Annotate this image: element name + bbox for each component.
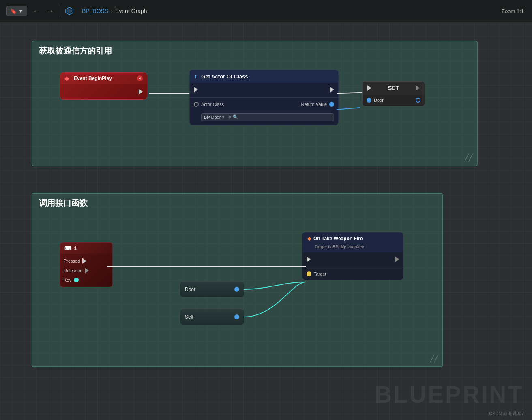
weapon-divider <box>302 267 403 267</box>
comment-title-2: 调用接口函数 <box>32 194 442 213</box>
set-exec-out[interactable] <box>416 85 420 91</box>
pressed-exec-pin[interactable] <box>82 258 86 264</box>
set-body: Door <box>363 95 425 106</box>
door-out-pin-wrap <box>416 98 420 103</box>
key-title: 1 <box>74 245 77 251</box>
door-ref-label: Door <box>185 286 195 292</box>
door-ref-node[interactable]: Door <box>180 281 245 297</box>
key-header: ⌨ 1 <box>60 243 112 254</box>
target-label: Target <box>314 271 326 276</box>
weapon-fire-pins <box>302 252 403 266</box>
svg-marker-1 <box>67 9 72 13</box>
comment-title-1: 获取被通信方的引用 <box>32 41 477 60</box>
event-icon: ◆ <box>64 75 69 82</box>
get-actor-pins <box>190 83 338 97</box>
func-icon: f <box>195 73 196 80</box>
event-begin-play-body <box>60 84 147 99</box>
divider <box>190 97 338 98</box>
back-button[interactable]: ← <box>32 6 41 15</box>
key-pin-row: Key <box>64 276 109 284</box>
exec-out-pin[interactable] <box>139 89 143 95</box>
menu-dropdown-button[interactable]: 🔖 ▼ <box>6 6 27 16</box>
pressed-label: Pressed <box>64 258 80 263</box>
on-take-weapon-fire-node[interactable]: ◆ On Take Weapon Fire Target is BPI My I… <box>302 232 403 280</box>
divider <box>60 5 60 17</box>
bp-door-row: BP Door ▾ ⊕ 🔍 <box>190 110 338 125</box>
pressed-pin-row: Pressed <box>64 257 109 265</box>
self-ref-label: Self <box>185 314 193 320</box>
credit-text: CSDN @海码007 <box>489 411 524 417</box>
toolbar: 🔖 ▼ ← → BP_BOSS › Event Graph Zoom 1:1 <box>0 0 532 22</box>
corner-hash-2: ╱╱ <box>430 355 438 362</box>
keyboard-icon: ⌨ <box>64 246 71 251</box>
actor-class-label: Actor Class <box>201 102 224 107</box>
weapon-exec-in[interactable] <box>307 256 311 262</box>
dropdown-chevron: ▾ <box>222 115 224 119</box>
watermark: BLUEPRINT <box>375 381 524 408</box>
exec-in-pin[interactable] <box>194 87 198 93</box>
released-label: Released <box>64 268 82 273</box>
door-out-pin[interactable] <box>416 98 420 103</box>
set-title: SET <box>388 85 399 91</box>
event-begin-play-header: ◆ Event BeginPlay × <box>60 73 147 84</box>
released-exec-pin[interactable] <box>85 268 89 274</box>
event-begin-play-node[interactable]: ◆ Event BeginPlay × <box>60 72 147 100</box>
breadcrumb: BP_BOSS › Event Graph <box>82 8 147 14</box>
door-ref-pin[interactable] <box>234 287 239 292</box>
target-pin-row: Target <box>302 268 403 280</box>
set-exec-in[interactable] <box>367 85 371 91</box>
key-1-node[interactable]: ⌨ 1 Pressed Released Key <box>60 242 113 287</box>
weapon-fire-title-row: ◆ On Take Weapon Fire <box>307 236 363 241</box>
event-begin-play-title: Event BeginPlay <box>74 75 135 81</box>
key-pins: Pressed Released Key <box>60 254 112 287</box>
door-label: Door <box>374 98 384 103</box>
actor-class-row: Actor Class Return Value <box>190 99 338 110</box>
add-icon[interactable]: ⊕ <box>227 114 231 120</box>
get-actor-title: Get Actor Of Class <box>201 73 248 80</box>
forward-button[interactable]: → <box>46 6 55 15</box>
corner-hash-1: ╱╱ <box>465 154 473 162</box>
set-header: SET <box>363 82 425 95</box>
key-data-pin[interactable] <box>74 278 79 282</box>
exec-out-pin-func[interactable] <box>330 87 334 93</box>
dropdown-arrow-icon: ▼ <box>18 8 24 14</box>
weapon-fire-subtitle: Target is BPI My Interface <box>315 245 364 249</box>
set-node[interactable]: SET Door <box>362 81 425 106</box>
key-label: Key <box>64 278 71 282</box>
released-pin-row: Released <box>64 267 109 275</box>
door-in-pin[interactable] <box>367 98 371 103</box>
weapon-fire-title: On Take Weapon Fire <box>313 236 363 241</box>
event-diamond-icon: ◆ <box>307 236 311 241</box>
bp-door-dropdown[interactable]: BP Door ▾ ⊕ 🔍 <box>201 113 334 121</box>
get-actor-of-class-node[interactable]: f Get Actor Of Class Actor Class Return … <box>189 70 339 125</box>
return-value-label: Return Value <box>301 102 327 107</box>
zoom-label: Zoom 1:1 <box>502 8 524 14</box>
self-ref-node[interactable]: Self <box>180 309 245 325</box>
event-close-button[interactable]: × <box>137 75 143 81</box>
blueprint-icon <box>65 6 74 15</box>
return-value-pin[interactable] <box>329 102 334 107</box>
actor-class-pin[interactable] <box>194 102 199 107</box>
self-ref-pin[interactable] <box>234 314 239 319</box>
weapon-fire-header: ◆ On Take Weapon Fire Target is BPI My I… <box>302 233 403 252</box>
weapon-exec-out[interactable] <box>395 256 399 262</box>
search-icon[interactable]: 🔍 <box>233 114 238 120</box>
bookmark-icon: 🔖 <box>10 8 17 14</box>
bp-door-value: BP Door <box>204 115 221 120</box>
get-actor-header: f Get Actor Of Class <box>190 70 338 83</box>
target-pin[interactable] <box>307 271 311 276</box>
